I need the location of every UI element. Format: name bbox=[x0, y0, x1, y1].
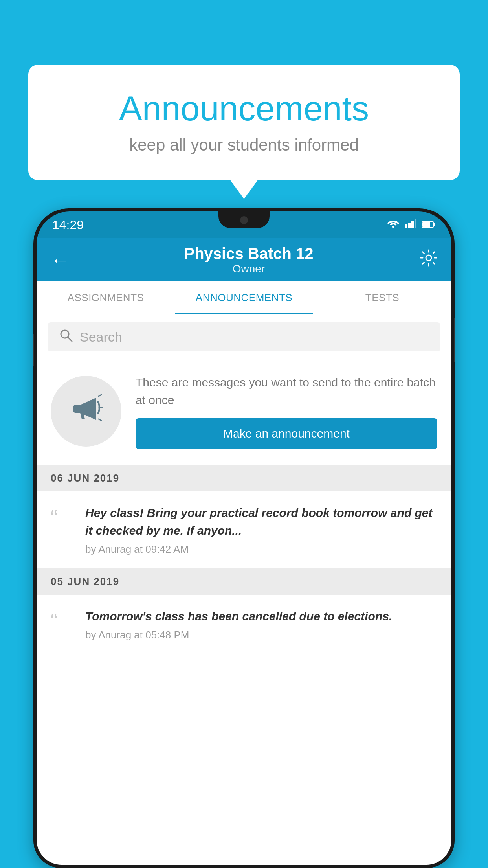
announcement-prompt: These are messages you want to send to t… bbox=[37, 359, 451, 465]
speech-bubble-subtitle: keep all your students informed bbox=[60, 136, 428, 154]
title-group: Physics Batch 12 Owner bbox=[77, 245, 420, 275]
status-icons bbox=[387, 219, 436, 231]
tab-tests[interactable]: TESTS bbox=[313, 281, 451, 314]
svg-rect-4 bbox=[415, 219, 416, 228]
quote-icon-2: “ bbox=[51, 611, 74, 631]
date-header-june6: 06 JUN 2019 bbox=[37, 465, 451, 491]
speech-bubble-container: Announcements keep all your students inf… bbox=[28, 65, 460, 180]
announcement-description: These are messages you want to send to t… bbox=[136, 373, 437, 409]
svg-line-10 bbox=[68, 337, 72, 341]
speech-bubble-title: Announcements bbox=[60, 88, 428, 129]
side-button-right bbox=[454, 318, 455, 362]
svg-rect-6 bbox=[433, 223, 435, 226]
svg-line-11 bbox=[99, 395, 101, 396]
status-time: 14:29 bbox=[52, 218, 84, 232]
status-bar: 14:29 bbox=[37, 211, 451, 238]
phone-frame: 14:29 bbox=[33, 208, 455, 868]
svg-point-0 bbox=[392, 226, 394, 228]
announcement-text-2: Tomorrow's class has been cancelled due … bbox=[85, 607, 437, 625]
back-button[interactable]: ← bbox=[51, 249, 70, 271]
svg-rect-1 bbox=[405, 224, 407, 228]
phone-inner: 14:29 bbox=[37, 211, 451, 865]
svg-rect-7 bbox=[422, 222, 430, 227]
speech-bubble: Announcements keep all your students inf… bbox=[28, 65, 460, 180]
svg-rect-2 bbox=[408, 223, 411, 228]
announcement-item-2[interactable]: “ Tomorrow's class has been cancelled du… bbox=[37, 595, 451, 654]
announcement-meta-1: by Anurag at 09:42 AM bbox=[85, 543, 437, 555]
search-container: Search bbox=[37, 314, 451, 359]
svg-line-13 bbox=[99, 419, 101, 421]
tabs-bar: ASSIGNMENTS ANNOUNCEMENTS TESTS bbox=[37, 281, 451, 314]
signal-icon bbox=[405, 219, 416, 231]
announcement-item-1[interactable]: “ Hey class! Bring your practical record… bbox=[37, 491, 451, 568]
svg-rect-3 bbox=[411, 221, 414, 228]
settings-button[interactable] bbox=[420, 249, 437, 271]
announcement-text-1: Hey class! Bring your practical record b… bbox=[85, 504, 437, 539]
battery-icon bbox=[422, 219, 436, 231]
quote-icon-1: “ bbox=[51, 507, 74, 528]
announcement-meta-2: by Anurag at 05:48 PM bbox=[85, 629, 437, 641]
date-header-june5: 05 JUN 2019 bbox=[37, 568, 451, 595]
notch bbox=[218, 211, 270, 228]
batch-subtitle: Owner bbox=[77, 263, 420, 275]
announcement-right: These are messages you want to send to t… bbox=[136, 373, 437, 449]
search-placeholder: Search bbox=[80, 329, 122, 345]
megaphone-circle bbox=[51, 376, 121, 447]
search-icon bbox=[59, 329, 73, 346]
side-button-left bbox=[33, 334, 34, 366]
camera bbox=[240, 216, 248, 224]
announcement-content-1: Hey class! Bring your practical record b… bbox=[85, 504, 437, 555]
app-content: ← Physics Batch 12 Owner ASSIGNMENTS bbox=[37, 238, 451, 865]
wifi-icon bbox=[387, 219, 400, 231]
tab-announcements[interactable]: ANNOUNCEMENTS bbox=[175, 281, 313, 314]
batch-title: Physics Batch 12 bbox=[77, 245, 420, 263]
make-announcement-button[interactable]: Make an announcement bbox=[136, 418, 437, 449]
svg-point-8 bbox=[426, 255, 431, 261]
announcement-content-2: Tomorrow's class has been cancelled due … bbox=[85, 607, 437, 641]
top-bar: ← Physics Batch 12 Owner bbox=[37, 238, 451, 281]
tab-assignments[interactable]: ASSIGNMENTS bbox=[37, 281, 175, 314]
megaphone-icon bbox=[68, 390, 104, 433]
search-bar[interactable]: Search bbox=[48, 322, 440, 351]
